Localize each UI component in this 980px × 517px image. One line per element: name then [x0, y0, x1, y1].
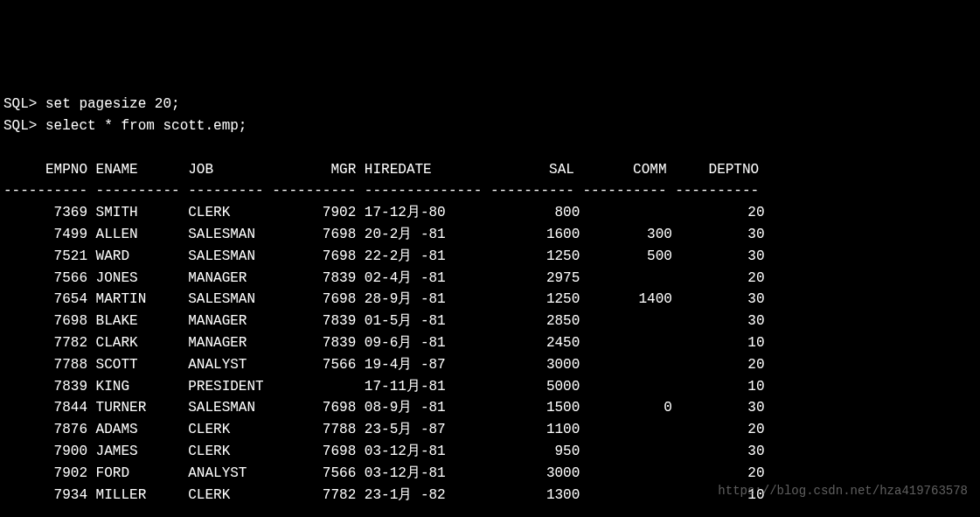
terminal-output[interactable]: SQL> set pagesize 20; SQL> select * from…: [3, 94, 977, 517]
watermark-text: https://blog.csdn.net/hza419763578: [718, 482, 968, 501]
